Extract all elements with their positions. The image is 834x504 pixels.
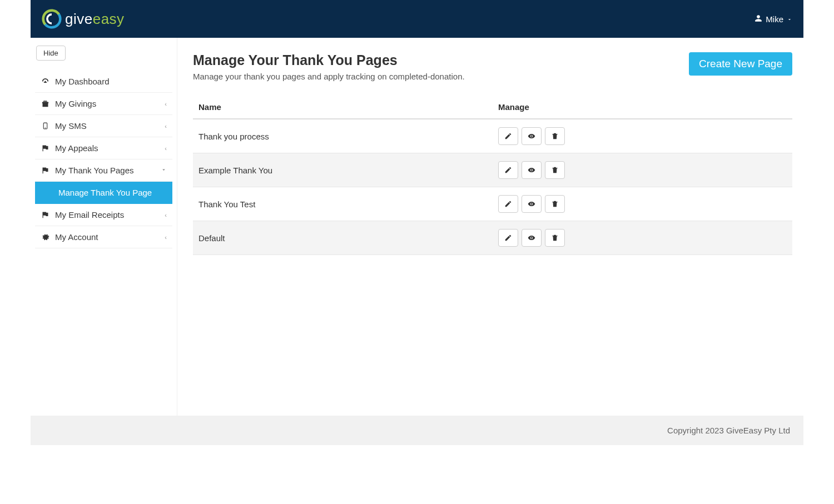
nav-email-receipts[interactable]: My Email Receipts ‹ bbox=[35, 204, 172, 226]
delete-button[interactable] bbox=[545, 161, 565, 179]
nav-manage-thank-you-page[interactable]: Manage Thank You Page bbox=[35, 182, 172, 204]
chevron-left-icon: ‹ bbox=[165, 101, 167, 107]
brand-logo[interactable]: giveeasy bbox=[42, 9, 125, 29]
svg-point-2 bbox=[47, 14, 56, 23]
cell-manage bbox=[493, 153, 792, 187]
nav-label: My SMS bbox=[55, 121, 87, 131]
chevron-left-icon: ‹ bbox=[165, 212, 167, 218]
flag-icon bbox=[41, 166, 49, 175]
nav-label: My Appeals bbox=[55, 143, 98, 153]
trash-icon bbox=[551, 132, 559, 140]
cell-name: Thank you process bbox=[193, 119, 493, 153]
mobile-icon bbox=[41, 122, 49, 131]
cell-manage bbox=[493, 187, 792, 221]
hide-sidebar-button[interactable]: Hide bbox=[36, 46, 66, 61]
flag-icon bbox=[41, 211, 49, 219]
pencil-icon bbox=[504, 200, 512, 208]
chevron-left-icon: ‹ bbox=[165, 145, 167, 152]
edit-button[interactable] bbox=[498, 195, 518, 213]
view-button[interactable] bbox=[522, 161, 542, 179]
flag-icon bbox=[41, 144, 49, 153]
col-manage: Manage bbox=[493, 97, 792, 119]
eye-icon bbox=[528, 166, 535, 174]
brand-text: giveeasy bbox=[65, 11, 125, 28]
nav-sms[interactable]: My SMS ‹ bbox=[35, 115, 172, 137]
dashboard-icon bbox=[41, 77, 49, 86]
trash-icon bbox=[551, 166, 559, 174]
copyright: Copyright 2023 GiveEasy Pty Ltd bbox=[667, 426, 790, 435]
create-new-page-button[interactable]: Create New Page bbox=[689, 52, 792, 76]
gift-icon bbox=[41, 99, 49, 108]
user-icon bbox=[754, 14, 762, 24]
user-name: Mike bbox=[766, 14, 783, 24]
edit-button[interactable] bbox=[498, 229, 518, 247]
chevron-left-icon: ‹ bbox=[165, 123, 167, 129]
eye-icon bbox=[528, 132, 535, 140]
brand-swirl-icon bbox=[42, 9, 62, 29]
edit-button[interactable] bbox=[498, 127, 518, 145]
page-title: Manage Your Thank You Pages bbox=[193, 52, 465, 68]
delete-button[interactable] bbox=[545, 127, 565, 145]
delete-button[interactable] bbox=[545, 195, 565, 213]
user-menu[interactable]: Mike bbox=[754, 14, 792, 24]
nav-appeals[interactable]: My Appeals ‹ bbox=[35, 137, 172, 159]
table-row: Thank You Test bbox=[193, 187, 792, 221]
svg-point-0 bbox=[42, 9, 62, 29]
sidebar: Hide My Dashboard My Givi bbox=[31, 38, 177, 416]
pencil-icon bbox=[504, 132, 512, 140]
gear-icon bbox=[41, 233, 49, 242]
edit-button[interactable] bbox=[498, 161, 518, 179]
nav-label: My Givings bbox=[55, 99, 96, 108]
nav-thank-you-pages[interactable]: My Thank You Pages bbox=[35, 159, 172, 182]
delete-button[interactable] bbox=[545, 229, 565, 247]
pencil-icon bbox=[504, 234, 512, 242]
cell-manage bbox=[493, 221, 792, 255]
svg-point-1 bbox=[42, 9, 62, 29]
eye-icon bbox=[528, 200, 535, 208]
nav-label: My Thank You Pages bbox=[55, 166, 134, 175]
pencil-icon bbox=[504, 166, 512, 174]
footer: Copyright 2023 GiveEasy Pty Ltd bbox=[31, 416, 803, 445]
cell-name: Default bbox=[193, 221, 493, 255]
chevron-down-icon bbox=[161, 167, 167, 174]
nav-list: My Dashboard My Givings ‹ bbox=[35, 71, 172, 248]
table-row: Example Thank You bbox=[193, 153, 792, 187]
table-row: Default bbox=[193, 221, 792, 255]
nav-givings[interactable]: My Givings ‹ bbox=[35, 93, 172, 115]
nav-dashboard[interactable]: My Dashboard bbox=[35, 71, 172, 93]
col-name: Name bbox=[193, 97, 493, 119]
cell-name: Thank You Test bbox=[193, 187, 493, 221]
nav-label: My Dashboard bbox=[55, 77, 110, 86]
view-button[interactable] bbox=[522, 127, 542, 145]
view-button[interactable] bbox=[522, 195, 542, 213]
cell-name: Example Thank You bbox=[193, 153, 493, 187]
thank-you-pages-table: Name Manage Thank you processExample Tha… bbox=[193, 97, 792, 255]
trash-icon bbox=[551, 200, 559, 208]
nav-account[interactable]: My Account ‹ bbox=[35, 226, 172, 248]
eye-icon bbox=[528, 234, 535, 242]
app-header: giveeasy Mike bbox=[31, 0, 803, 38]
page-subtitle: Manage your thank you pages and apply tr… bbox=[193, 72, 465, 81]
nav-sub-label: Manage Thank You Page bbox=[58, 188, 152, 197]
main-content: Manage Your Thank You Pages Manage your … bbox=[177, 38, 803, 416]
caret-down-icon bbox=[787, 14, 792, 24]
nav-label: My Account bbox=[55, 232, 98, 242]
nav-label: My Email Receipts bbox=[55, 210, 124, 219]
cell-manage bbox=[493, 119, 792, 153]
trash-icon bbox=[551, 234, 559, 242]
chevron-left-icon: ‹ bbox=[165, 234, 167, 241]
table-row: Thank you process bbox=[193, 119, 792, 153]
view-button[interactable] bbox=[522, 229, 542, 247]
